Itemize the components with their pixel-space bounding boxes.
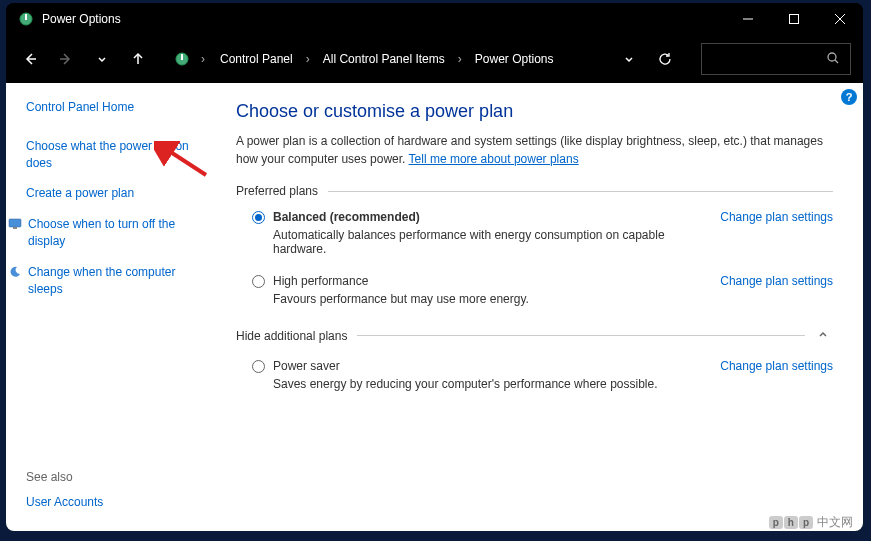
sidebar-link-power-button[interactable]: Choose what the power button does	[26, 138, 206, 172]
change-plan-settings-link[interactable]: Change plan settings	[720, 210, 833, 256]
sidebar-item-label: Choose when to turn off the display	[28, 216, 206, 250]
additional-plans-header[interactable]: Hide additional plans	[236, 324, 833, 347]
address-dropdown[interactable]	[613, 43, 645, 75]
radio-balanced[interactable]	[252, 211, 265, 224]
plan-name[interactable]: Power saver	[273, 359, 340, 373]
chevron-up-icon[interactable]	[813, 324, 833, 347]
app-icon	[18, 11, 34, 27]
titlebar: Power Options	[6, 3, 863, 35]
breadcrumb-item[interactable]: Power Options	[471, 50, 558, 68]
change-plan-settings-link[interactable]: Change plan settings	[720, 274, 833, 306]
forward-button[interactable]	[50, 43, 82, 75]
plan-description: Favours performance but may use more ene…	[273, 292, 720, 306]
recent-button[interactable]	[86, 43, 118, 75]
plan-balanced: Balanced (recommended) Automatically bal…	[252, 210, 833, 256]
svg-line-12	[835, 60, 838, 63]
sidebar-link-turn-off-display[interactable]: Choose when to turn off the display	[8, 216, 206, 250]
svg-rect-13	[9, 219, 21, 227]
content-area: ? Control Panel Home Choose what the pow…	[6, 83, 863, 531]
page-title: Choose or customise a power plan	[236, 101, 833, 122]
search-input[interactable]	[701, 43, 851, 75]
watermark: php 中文网	[769, 514, 853, 531]
plan-power-saver: Power saver Saves energy by reducing you…	[252, 359, 833, 391]
divider	[328, 191, 833, 192]
back-button[interactable]	[14, 43, 46, 75]
svg-rect-1	[25, 14, 27, 20]
sidebar-link-create-plan[interactable]: Create a power plan	[26, 185, 206, 202]
svg-rect-10	[181, 54, 183, 60]
radio-power-saver[interactable]	[252, 360, 265, 373]
plan-high-performance: High performance Favours performance but…	[252, 274, 833, 306]
address-bar[interactable]: › Control Panel › All Control Panel Item…	[166, 43, 689, 75]
divider	[357, 335, 805, 336]
user-accounts-link[interactable]: User Accounts	[26, 494, 103, 511]
chevron-right-icon: ›	[301, 52, 315, 66]
main-content: Choose or customise a power plan A power…	[216, 83, 863, 531]
svg-rect-14	[13, 227, 17, 229]
see-also-section: See also User Accounts	[26, 470, 103, 511]
control-panel-home-link[interactable]: Control Panel Home	[26, 99, 206, 116]
see-also-title: See also	[26, 470, 103, 484]
window-frame: Power Options › Control Panel › All Cont…	[6, 3, 863, 531]
plan-description: Saves energy by reducing your computer's…	[273, 377, 720, 391]
toolbar: › Control Panel › All Control Panel Item…	[6, 35, 863, 83]
chevron-right-icon: ›	[196, 52, 210, 66]
close-button[interactable]	[817, 3, 863, 35]
learn-more-link[interactable]: Tell me more about power plans	[409, 152, 579, 166]
radio-high-performance[interactable]	[252, 275, 265, 288]
search-icon	[826, 51, 840, 68]
window-title: Power Options	[42, 12, 725, 26]
address-icon	[174, 51, 190, 67]
sidebar: Control Panel Home Choose what the power…	[6, 83, 216, 531]
display-icon	[8, 217, 22, 231]
breadcrumb-item[interactable]: Control Panel	[216, 50, 297, 68]
breadcrumb-item[interactable]: All Control Panel Items	[319, 50, 449, 68]
page-description: A power plan is a collection of hardware…	[236, 132, 833, 168]
svg-point-11	[828, 53, 836, 61]
svg-rect-3	[790, 15, 799, 24]
up-button[interactable]	[122, 43, 154, 75]
plan-name[interactable]: Balanced (recommended)	[273, 210, 420, 224]
breadcrumb: Control Panel › All Control Panel Items …	[216, 50, 557, 68]
sleep-icon	[8, 265, 22, 279]
refresh-button[interactable]	[649, 43, 681, 75]
sidebar-item-label: Change when the computer sleeps	[28, 264, 206, 298]
minimize-button[interactable]	[725, 3, 771, 35]
maximize-button[interactable]	[771, 3, 817, 35]
change-plan-settings-link[interactable]: Change plan settings	[720, 359, 833, 391]
plan-name[interactable]: High performance	[273, 274, 368, 288]
sidebar-link-computer-sleeps[interactable]: Change when the computer sleeps	[8, 264, 206, 298]
window-controls	[725, 3, 863, 35]
plan-description: Automatically balances performance with …	[273, 228, 720, 256]
preferred-plans-header: Preferred plans	[236, 184, 833, 198]
chevron-right-icon: ›	[453, 52, 467, 66]
